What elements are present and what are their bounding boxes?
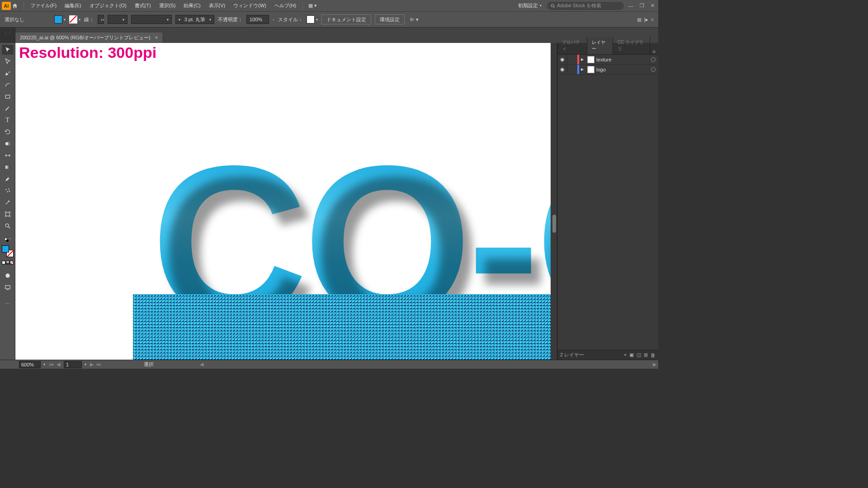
default-fillstroke-icon[interactable]: [2, 237, 14, 243]
collect-icon[interactable]: ▣: [629, 352, 634, 358]
layer-name[interactable]: logo: [596, 67, 649, 72]
expand-icon[interactable]: ▶: [581, 57, 585, 61]
panel-tabs: プロパティ レイヤー CC ライブラリ ≡: [557, 43, 658, 55]
home-icon[interactable]: [12, 3, 21, 9]
paintbrush-tool[interactable]: [2, 103, 14, 113]
scroll-right-icon[interactable]: ▶: [653, 361, 656, 367]
curvature-tool[interactable]: [2, 80, 14, 90]
canvas[interactable]: Resolution: 300ppi CO-C: [15, 43, 557, 360]
draw-mode-icon[interactable]: [2, 271, 14, 281]
svg-point-15: [5, 273, 9, 277]
panel-menu-icon[interactable]: ≡: [651, 17, 654, 22]
last-artboard-icon[interactable]: ⏭: [95, 361, 102, 367]
edit-toolbar-icon[interactable]: ⋯: [2, 299, 14, 309]
menu-select[interactable]: 選択(S): [156, 2, 179, 9]
screen-mode-icon[interactable]: [2, 282, 14, 292]
color-mode-icons[interactable]: [2, 261, 14, 264]
direct-selection-tool[interactable]: [2, 56, 14, 66]
stroke-weight-field[interactable]: ▾: [108, 15, 127, 24]
panel-menu-icon[interactable]: ≡: [650, 49, 658, 54]
menu-type[interactable]: 書式(T): [131, 2, 155, 9]
preferences-button[interactable]: 環境設定: [375, 14, 405, 24]
tab-layers[interactable]: レイヤー: [587, 37, 613, 54]
layer-name[interactable]: texture: [596, 57, 649, 62]
isolate-icon[interactable]: |▸: [644, 17, 648, 23]
maximize-icon[interactable]: ❐: [638, 3, 646, 9]
menu-effect[interactable]: 効果(C): [180, 2, 204, 9]
workspace-switcher[interactable]: 初期設定▾: [515, 2, 544, 9]
search-placeholder: Adobe Stock を検索: [557, 2, 601, 9]
svg-rect-14: [6, 239, 9, 242]
selection-label: 選択なし: [5, 16, 24, 23]
tab-properties[interactable]: プロパティ: [557, 37, 587, 54]
brush-field[interactable]: •3 pt. 丸筆▾: [175, 15, 214, 24]
visibility-icon[interactable]: ◉: [557, 55, 567, 64]
target-icon[interactable]: [651, 57, 656, 62]
new-sublayer-icon[interactable]: ◫: [637, 352, 641, 358]
search-field[interactable]: Adobe Stock を検索: [547, 2, 624, 10]
target-icon[interactable]: [651, 67, 656, 72]
close-icon[interactable]: ✕: [649, 3, 656, 9]
eyedropper-tool[interactable]: [2, 174, 14, 184]
stroke-swatch[interactable]: ▾: [69, 15, 80, 23]
zoom-tool[interactable]: [2, 221, 14, 231]
menu-view[interactable]: 表示(V): [205, 2, 229, 9]
status-bar: 600% ▾ ⏮ ◀ 1 ▾ ▶ ⏭ 選択 ◀ ▶: [0, 360, 658, 369]
vertical-scrollbar[interactable]: [551, 43, 557, 360]
visibility-icon[interactable]: ◉: [557, 65, 567, 74]
fill-color-icon[interactable]: [2, 245, 9, 253]
document-tab[interactable]: 200220_ai.ai @ 600% (RGB/オーバープリントプレビュー) …: [15, 33, 162, 42]
variable-width-field[interactable]: ▾: [131, 15, 172, 24]
fill-stroke-control[interactable]: [2, 245, 14, 257]
scroll-left-icon[interactable]: ◀: [200, 361, 203, 367]
width-tool[interactable]: [2, 150, 14, 160]
tab-cc-libraries[interactable]: CC ライブラリ: [613, 37, 650, 54]
panel-column: プロパティ レイヤー CC ライブラリ ≡ ◉ ▶ texture ◉ ▶ lo: [557, 43, 658, 360]
style-swatch[interactable]: ▾: [307, 15, 318, 23]
rotate-tool[interactable]: [2, 127, 14, 137]
symbol-sprayer-tool[interactable]: [2, 186, 14, 196]
svg-point-9: [9, 191, 9, 192]
delete-layer-icon[interactable]: 🗑: [651, 352, 656, 358]
type-tool[interactable]: T: [2, 115, 14, 125]
arrange-documents-icon[interactable]: ▦ ▾: [306, 3, 320, 9]
new-layer-icon[interactable]: ⊞: [644, 352, 648, 358]
menubar: Ai ファイル(F) 編集(E) オブジェクト(O) 書式(T) 選択(S) 効…: [0, 0, 658, 11]
next-artboard-icon[interactable]: ▶: [89, 361, 94, 367]
opacity-field[interactable]: 100%: [246, 15, 269, 24]
svg-point-8: [7, 191, 8, 192]
menu-help[interactable]: ヘルプ(H): [271, 2, 300, 9]
current-tool-label: 選択: [144, 361, 154, 368]
gradient-tool[interactable]: [2, 162, 14, 172]
selection-tool[interactable]: [2, 45, 14, 55]
layer-thumbnail: [587, 56, 594, 63]
zoom-menu-icon[interactable]: ▾: [43, 362, 45, 366]
menu-edit[interactable]: 編集(E): [61, 2, 85, 9]
close-tab-icon[interactable]: ×: [155, 35, 158, 40]
control-bar: 選択なし ▾ ▾ 線： ‹› ▾ ▾ •3 pt. 丸筆▾ 不透明度： 100%…: [0, 11, 658, 28]
menu-window[interactable]: ウィンドウ(W): [230, 2, 270, 9]
align-menu-icon[interactable]: ⊫ ▾: [408, 17, 420, 23]
document-setup-button[interactable]: ドキュメント設定: [321, 14, 371, 24]
layer-row[interactable]: ◉ ▶ logo: [557, 65, 658, 75]
layer-row[interactable]: ◉ ▶ texture: [557, 55, 658, 65]
zoom-field[interactable]: 600%: [19, 361, 41, 368]
grid-icon[interactable]: ▦: [637, 17, 642, 23]
rectangle-tool[interactable]: [2, 92, 14, 102]
expand-icon[interactable]: ▶: [581, 67, 585, 71]
menu-object[interactable]: オブジェクト(O): [86, 2, 130, 9]
pen-tool[interactable]: [2, 68, 14, 78]
menu-file[interactable]: ファイル(F): [27, 2, 60, 9]
svg-point-11: [5, 224, 9, 227]
shape-builder-tool[interactable]: [2, 139, 14, 149]
first-artboard-icon[interactable]: ⏮: [48, 361, 55, 367]
locate-layer-icon[interactable]: ⌖: [624, 352, 627, 358]
prev-artboard-icon[interactable]: ◀: [56, 361, 61, 367]
artboard-tool[interactable]: [2, 209, 14, 219]
artboard-number-field[interactable]: 1: [64, 361, 82, 368]
stroke-label: 線：: [84, 16, 94, 23]
minimize-icon[interactable]: —: [627, 3, 635, 9]
stroke-weight-stepper[interactable]: ‹›: [98, 15, 104, 24]
fill-swatch[interactable]: ▾: [54, 15, 66, 23]
slice-tool[interactable]: [2, 197, 14, 207]
